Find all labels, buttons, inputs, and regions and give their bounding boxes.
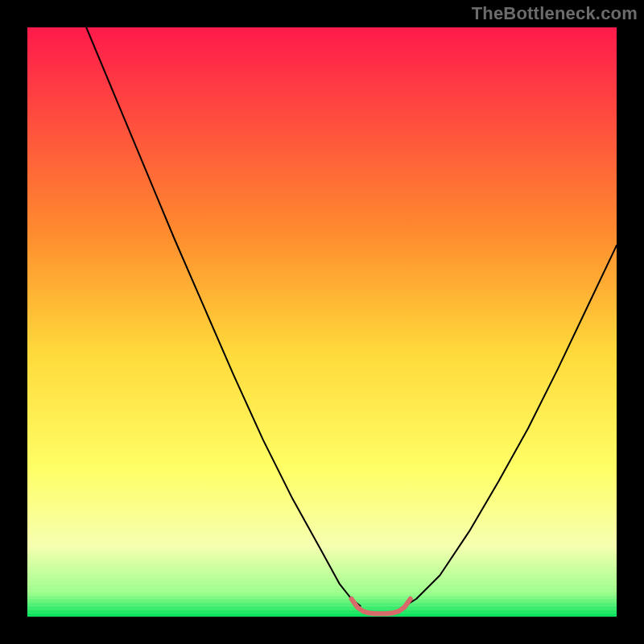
chart-frame: TheBottleneck.com xyxy=(0,0,644,644)
watermark-text: TheBottleneck.com xyxy=(472,3,638,24)
bottleneck-chart xyxy=(0,0,644,644)
plot-background xyxy=(27,27,617,617)
